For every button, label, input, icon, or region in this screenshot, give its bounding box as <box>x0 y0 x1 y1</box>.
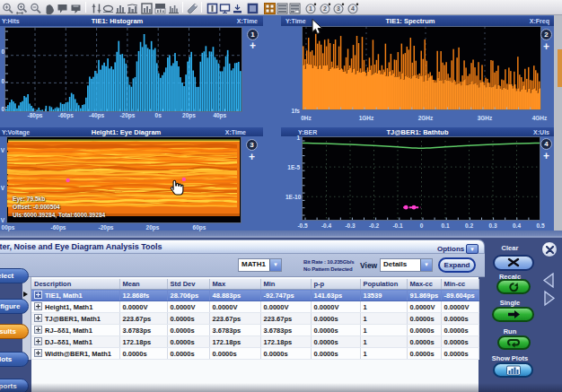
cell-max-cc: 0.0000s <box>407 313 441 325</box>
expand-button[interactable]: Expand <box>438 257 476 273</box>
plot-area-histogram[interactable] <box>4 27 242 112</box>
cell-description[interactable]: DJ–δδ1, Math1 <box>31 336 119 348</box>
expand-row-icon[interactable] <box>34 314 42 322</box>
zoom-box-icon[interactable] <box>16 2 28 13</box>
layout-split-icon[interactable] <box>289 2 301 13</box>
cursor-tool-1-icon[interactable] <box>57 2 68 13</box>
plot-area-bathtub[interactable] <box>302 136 540 221</box>
close-panel-button[interactable] <box>541 241 558 257</box>
panel-maximize-button-histogram[interactable]: + <box>247 40 259 52</box>
horizontal-cursor-icon[interactable] <box>102 2 114 13</box>
sidebar-tab-select[interactable]: Select <box>0 268 29 283</box>
layout-grid-2x2-icon[interactable] <box>264 2 276 13</box>
panel-number-badge-bathtub[interactable]: 4 <box>540 138 552 150</box>
column-header-mean[interactable]: Mean <box>119 279 167 290</box>
options-dropdown-button[interactable]: ▼ <box>466 244 479 254</box>
expand-row-icon[interactable] <box>34 349 42 357</box>
sidebar-tab-configure[interactable]: Configure <box>0 299 29 314</box>
column-header-max-cc[interactable]: Max-cc <box>407 279 441 290</box>
collapse-expand-arrows[interactable] <box>541 273 556 307</box>
show-plots-button[interactable] <box>493 362 533 378</box>
cell-description[interactable]: TJ@BER1, Math1 <box>31 313 119 325</box>
y-tick-bathtub-2: 1E-10 <box>285 194 300 200</box>
column-header-population[interactable]: Population <box>360 279 407 290</box>
column-header-max[interactable]: Max <box>209 279 260 290</box>
run-loop-arrow-icon <box>506 337 522 348</box>
view-select[interactable]: Details ▼ <box>380 258 433 272</box>
wrench-config-icon[interactable] <box>187 2 198 13</box>
cell-mean: 223.67ps <box>119 313 167 325</box>
layout-rows-icon[interactable] <box>277 2 288 13</box>
expand-row-icon[interactable] <box>34 302 42 310</box>
single-button[interactable] <box>492 307 534 322</box>
x-tick-spectrum-4: 4GHz <box>532 115 548 121</box>
histogram-plot-icon[interactable] <box>115 2 127 13</box>
clear-button[interactable] <box>493 255 534 271</box>
view-select-arrow-icon[interactable]: ▼ <box>420 259 432 271</box>
plot-area-spectrum[interactable] <box>302 26 541 110</box>
dock-bottom-icon[interactable] <box>232 2 243 13</box>
expand-row-icon[interactable] <box>34 291 42 299</box>
cell-min-cc: 0.0000s <box>441 313 479 325</box>
cell-min: 3.6783ps <box>260 325 311 336</box>
cell-description[interactable]: TIE1, Math1 <box>31 290 119 301</box>
cell-max: 3.6783ps <box>209 325 260 336</box>
view-2-icon[interactable]: 2 <box>320 2 331 13</box>
cell-min: 223.67ps <box>260 313 311 325</box>
cell-description[interactable]: Height1, Math1 <box>31 301 119 313</box>
table-row-2[interactable]: TJ@BER1, Math1223.67ps0.0000s223.67ps223… <box>31 313 479 325</box>
recalc-button[interactable] <box>496 279 531 294</box>
cell-p-p: 0.0000V <box>311 301 360 313</box>
table-row-4[interactable]: DJ–δδ1, Math1172.18ps0.0000s172.18ps172.… <box>31 336 479 348</box>
window-frame-icon[interactable] <box>206 2 218 13</box>
x-axis-label-histogram: X:Time <box>237 16 258 26</box>
cell-max-cc: 0.0000s <box>407 325 441 336</box>
table-row-5[interactable]: Width@BER1, Math10.0000s0.0000s0.0000s0.… <box>31 348 479 360</box>
vertical-markers-icon[interactable] <box>91 2 102 13</box>
zoom-in-icon[interactable] <box>2 2 13 13</box>
oscilloscope-screen: 1234 TIE1: HistogramY:HitsX:Time-80ps-60… <box>0 0 562 392</box>
x-tick-histogram-2: -40ps <box>89 112 104 118</box>
view-3-icon[interactable]: 3 <box>333 2 345 13</box>
table-row-0[interactable]: TIE1, Math112.868fs28.706ps48.883ps-92.7… <box>31 290 479 301</box>
cell-description[interactable]: RJ–δδ1, Math1 <box>31 325 119 336</box>
column-header-min[interactable]: Min <box>260 279 311 290</box>
column-header-description[interactable]: Description <box>31 279 119 290</box>
framed-plot-icon[interactable] <box>141 2 153 13</box>
panel-number-badge-eye[interactable]: 3 <box>246 139 258 151</box>
cell-population: 1 <box>360 325 407 336</box>
table-row-1[interactable]: Height1, Math10.0000V0.0000V0.0000V0.000… <box>31 301 479 313</box>
panel-number-badge-spectrum[interactable]: 2 <box>540 29 552 40</box>
window-filled-icon[interactable] <box>247 2 259 13</box>
panel-title-bar: Jitter, Noise and Eye Diagram Analysis T… <box>0 240 485 254</box>
panel-maximize-button-bathtub[interactable]: + <box>540 151 552 162</box>
column-header-p-p[interactable]: p-p <box>311 279 360 290</box>
source-select-arrow-icon[interactable]: ▼ <box>269 259 281 271</box>
spectrum-plot-icon[interactable] <box>168 2 180 13</box>
sidebar-tab-plots[interactable]: Plots <box>0 352 29 367</box>
column-header-std-dev[interactable]: Std Dev <box>167 279 209 290</box>
cell-mean: 172.18ps <box>119 336 167 348</box>
source-select[interactable]: MATH1 ▼ <box>238 258 282 272</box>
close-icon <box>546 246 554 254</box>
cursor-tool-2-icon[interactable] <box>70 2 82 13</box>
column-header-min-cc[interactable]: Min-cc <box>441 279 479 290</box>
run-button[interactable] <box>497 335 531 350</box>
zoom-out-icon[interactable] <box>30 2 41 13</box>
panel-maximize-button-eye[interactable]: + <box>246 152 258 163</box>
expand-row-icon[interactable] <box>34 337 42 345</box>
options-label[interactable]: Options <box>437 245 464 253</box>
inverted-plot-icon[interactable] <box>154 2 166 13</box>
panel-maximize-button-spectrum[interactable]: + <box>540 41 552 53</box>
x-tick-bathtub-10: 0.5 <box>536 222 544 229</box>
table-row-3[interactable]: RJ–δδ1, Math13.6783ps0.0000s3.6783ps3.67… <box>31 325 479 336</box>
pan-hand-icon[interactable] <box>43 2 55 13</box>
view-4-icon[interactable]: 4 <box>347 2 359 13</box>
window-monitor-icon[interactable] <box>219 2 231 13</box>
sidebar-tab-results[interactable]: Results <box>0 324 29 339</box>
cell-description[interactable]: Width@BER1, Math1 <box>31 348 119 360</box>
view-1-icon[interactable]: 1 <box>305 2 317 13</box>
x-tick-spectrum-2: 2GHz <box>418 115 434 121</box>
expand-row-icon[interactable] <box>34 326 42 334</box>
trend-plot-icon[interactable] <box>127 2 138 13</box>
